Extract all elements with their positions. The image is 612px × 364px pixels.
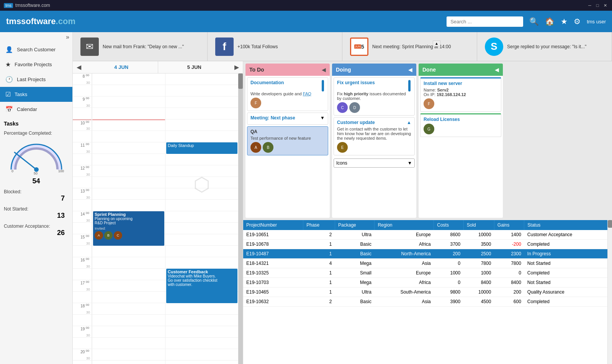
kanban-done-card-2[interactable]: Reload Licenses G [420, 113, 501, 137]
time-1130 [73, 154, 92, 165]
kanban-done-card1-title: Install new server [424, 81, 498, 86]
avatar-3: B [263, 142, 273, 153]
settings-icon[interactable]: ⚙ [574, 17, 581, 26]
kanban-done-card-1[interactable]: Install new server Name: Serv2 On IP: 19… [420, 77, 501, 112]
table-wrapper: ProjectNumber Phase Package Region Costs… [243, 220, 612, 364]
table-scrollbar[interactable] [607, 220, 612, 364]
sidebar-item-favorite-projects[interactable]: ★ Favorite Projects [0, 57, 72, 72]
calendar-next-button[interactable]: ▶ [231, 61, 243, 73]
kanban-doing-card-1[interactable]: Fix urgent issues Fix high priority issu… [334, 77, 415, 116]
search-input[interactable] [447, 16, 523, 27]
current-time-line [92, 119, 165, 120]
table-row[interactable]: E19-10678 1 Basic Africa 3700 3500 -200 … [243, 240, 607, 249]
time-1700: 17 0030 [73, 280, 92, 292]
event-sprint-planning[interactable]: Sprint Planning Planning on upcoming R&D… [93, 211, 164, 246]
cell-sold: 2500 [463, 249, 494, 259]
svg-text:0: 0 [11, 169, 13, 173]
kanban-section: To Do ◀ Documentation [243, 61, 612, 220]
kanban-doing-title: Doing [336, 67, 351, 73]
calendar-columns: Sprint Planning Planning on upcoming R&D… [92, 73, 243, 364]
card-scrollbar[interactable] [322, 80, 325, 91]
last-projects-icon: 🕐 [5, 76, 13, 83]
col-sold: Sold [463, 220, 494, 230]
cell-project-number: E19-10632 [243, 297, 303, 307]
sidebar-search-customer-label: Search Customer [17, 47, 56, 52]
kanban-done-nav[interactable]: ◀ [495, 67, 499, 73]
sidebar-item-tasks[interactable]: ☑ Tasks [0, 87, 72, 102]
search-icon[interactable]: 🔍 [529, 17, 539, 26]
icons-dropdown[interactable]: Icons ▼ [334, 158, 415, 168]
cell-sold: 10000 [463, 287, 494, 297]
project-table: ProjectNumber Phase Package Region Costs… [243, 220, 607, 307]
table-row[interactable]: E19-10487 1 Basic North-America 200 2500… [243, 249, 607, 259]
kanban-todo-card-1[interactable]: Documentation Write developers guide and… [247, 77, 328, 111]
event-customer-feedback[interactable]: Customer Feedback Videochat with Mike Bu… [166, 269, 237, 303]
cell-costs: 200 [434, 249, 463, 259]
cell-status: Completed [524, 297, 607, 307]
kanban-todo-header: To Do ◀ [245, 64, 330, 76]
customer-acceptance-label: Customer Acceptance: [4, 224, 69, 229]
kanban-todo-column: To Do ◀ Documentation [245, 64, 330, 218]
titlebar-left: tms tmssoftware.com [4, 3, 50, 8]
notif-facebook[interactable]: f +100k Total Follows [208, 32, 342, 61]
notif-mail[interactable]: ✉ New mail from Frank: "Delay on new ...… [73, 32, 208, 61]
faq-link[interactable]: FAQ [303, 91, 311, 96]
cell-package: Basic [335, 240, 375, 249]
kanban-todo-nav[interactable]: ◀ [322, 67, 326, 73]
table-row[interactable]: E19-10465 1 Ultra South-America 9800 100… [243, 287, 607, 297]
kanban-doing-card2-title: Customer update [337, 120, 375, 125]
kanban-doing-card-2[interactable]: Customer update ▲ Get in contact with th… [334, 117, 415, 155]
cell-costs: 8600 [434, 230, 463, 240]
customer-update-expand[interactable]: ▲ [407, 120, 411, 125]
kanban-doing-nav[interactable]: ◀ [408, 67, 412, 73]
time-1100: 11 0030 [73, 142, 92, 154]
time-1330 [73, 200, 92, 211]
cell-region: South-America [375, 287, 434, 297]
time-800: 8 0030 [73, 73, 92, 85]
kanban-todo-card-2[interactable]: Meeting: Next phase ▼ [247, 113, 328, 125]
time-1030 [73, 131, 92, 142]
calendar-time-column: 8 0030 9 0030 10 0030 11 0030 12 0030 13… [73, 73, 92, 364]
time-1500: 15 0030 [73, 234, 92, 246]
calendar-scrollbar[interactable] [238, 73, 243, 364]
time-930 [73, 108, 92, 119]
calendar-header: ◀ 4 JUN 5 JUN ▶ [73, 61, 243, 73]
table-scroll[interactable]: ProjectNumber Phase Package Region Costs… [243, 220, 607, 364]
minimize-button[interactable]: ─ [587, 2, 593, 8]
kanban-doing-card1-title: Fix urgent issues [337, 80, 375, 85]
sidebar-toggle[interactable]: » [0, 32, 72, 42]
cell-project-number: E19-10651 [243, 230, 303, 240]
cell-sold: 7800 [463, 259, 494, 268]
home-icon[interactable]: 🏠 [545, 17, 555, 26]
table-row[interactable]: E19-10703 1 Mega Africa 0 8400 8400 Not … [243, 278, 607, 287]
star-icon[interactable]: ★ [561, 17, 568, 26]
main-layout: » 👤 Search Customer ★ Favorite Projects … [0, 32, 612, 364]
sidebar-tasks-label: Tasks [15, 91, 27, 97]
notif-skype[interactable]: S Serge replied to your message: "Is it.… [477, 32, 612, 61]
titlebar-controls[interactable]: ─ □ ✕ [587, 2, 608, 8]
kanban-done-card2-title: Reload Licenses [424, 117, 498, 122]
cell-gains: -200 [494, 240, 524, 249]
cell-region: Asia [375, 259, 434, 268]
calendar-prev-button[interactable]: ◀ [73, 61, 85, 73]
sidebar-item-calendar[interactable]: 📅 Calendar [0, 102, 72, 117]
cell-sold: 4500 [463, 297, 494, 307]
cell-gains: 200 [494, 287, 524, 297]
sidebar-item-last-projects[interactable]: 🕐 Last Projects [0, 72, 72, 87]
meeting-expand-btn[interactable]: ▼ [320, 115, 325, 121]
table-row[interactable]: E19-10325 1 Small Europe 1000 1000 0 Com… [243, 268, 607, 278]
sidebar-item-search-customer[interactable]: 👤 Search Customer [0, 42, 72, 57]
table-row[interactable]: E19-10651 2 Ultra Europe 8600 10000 1400… [243, 230, 607, 240]
maximize-button[interactable]: □ [594, 2, 601, 8]
kanban-todo-card-3[interactable]: QA Test performance of new feature A B [247, 126, 328, 155]
cell-region: Africa [375, 240, 434, 249]
cell-region: Europe [375, 230, 434, 240]
cell-gains: 0 [494, 268, 524, 278]
close-button[interactable]: ✕ [602, 2, 608, 8]
table-row[interactable]: E19-10632 2 Basic Asia 3900 4500 600 Com… [243, 297, 607, 307]
time-1200: 12 0030 [73, 165, 92, 177]
avatar-8: G [424, 124, 434, 134]
table-row[interactable]: E18-14321 4 Mega Asia 0 7800 7800 Not St… [243, 259, 607, 268]
notif-calendar[interactable]: JUN 5 Next meeting: Sprint Planning at 1… [342, 32, 477, 61]
time-1930 [73, 338, 92, 349]
